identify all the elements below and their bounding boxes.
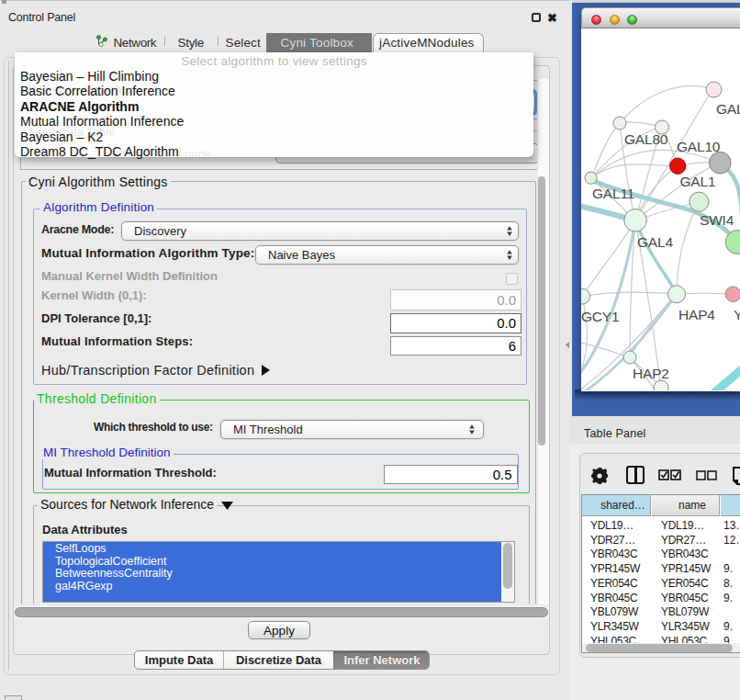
svg-text:GAL11: GAL11 <box>592 186 634 201</box>
svg-text:SWI4: SWI4 <box>700 212 734 228</box>
svg-text:GAL1: GAL1 <box>680 174 716 189</box>
svg-text:GAL10: GAL10 <box>677 139 721 154</box>
svg-text:GCY1: GCY1 <box>581 309 619 324</box>
svg-text:GAL80: GAL80 <box>624 131 668 147</box>
svg-text:HAP2: HAP2 <box>633 366 669 381</box>
svg-text:YJ: YJ <box>734 307 740 322</box>
svg-text:GAL7: GAL7 <box>716 101 740 117</box>
svg-text:GAL4: GAL4 <box>637 234 673 250</box>
svg-text:HAP4: HAP4 <box>678 307 715 322</box>
